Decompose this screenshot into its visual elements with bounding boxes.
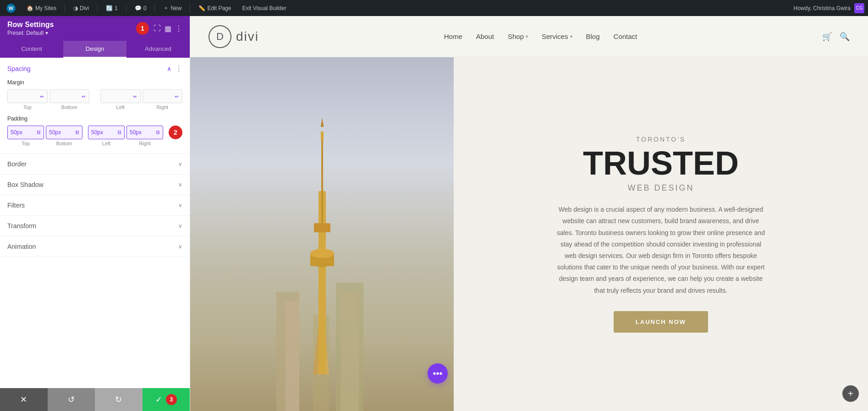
animation-label: Animation [7, 243, 36, 250]
site-logo: D divi [209, 25, 259, 48]
fullscreen-icon[interactable]: ⛶ [154, 24, 161, 33]
hero-title: TRUSTED [583, 147, 739, 180]
padding-right-input[interactable]: 50px ⛓ [126, 126, 163, 139]
margin-left-link-icon: ⇔ [133, 94, 137, 99]
padding-right-group: 50px ⛓ Right [126, 126, 163, 146]
padding-bottom-input[interactable]: 50px ⛓ [46, 126, 82, 139]
cancel-button[interactable]: ✕ [0, 388, 48, 411]
filters-label: Filters [7, 202, 25, 209]
comment-count[interactable]: 💬 0 [132, 0, 149, 16]
spacing-section-header[interactable]: Spacing ∧ ⋮ [0, 58, 190, 79]
dots-icon: ••• [433, 368, 442, 379]
nav-services[interactable]: Services ▾ [542, 33, 572, 40]
exit-builder-button[interactable]: Exit Visual Builder [239, 0, 289, 16]
nav-shop[interactable]: Shop ▾ [508, 33, 528, 40]
divi-menu[interactable]: ◑ Divi [71, 0, 92, 16]
padding-top-value: 50px [11, 129, 22, 136]
animation-section[interactable]: Animation ∨ [0, 236, 190, 257]
padding-right-chain-icon: ⛓ [156, 130, 160, 135]
search-icon[interactable]: 🔍 [840, 32, 850, 42]
margin-bottom-group: ⇔ Bottom [49, 89, 90, 110]
my-sites-label: My Sites [35, 5, 56, 11]
margin-left-input[interactable]: ⇔ [100, 89, 141, 103]
new-label: New [170, 5, 181, 11]
hero-section: TORONTO'S TRUSTED WEB DESIGN Web design … [190, 57, 868, 411]
transform-label: Transform [7, 222, 36, 230]
tab-advanced[interactable]: Advanced [126, 41, 190, 58]
filters-chevron: ∨ [178, 202, 182, 208]
padding-bottom-chain-icon: ⛓ [75, 130, 79, 135]
panel-preset[interactable]: Preset: Default ▾ [7, 30, 54, 36]
margin-right-input[interactable]: ⇔ [143, 89, 183, 103]
floating-menu-button[interactable]: ••• [428, 363, 448, 384]
box-shadow-section[interactable]: Box Shadow ∨ [0, 175, 190, 195]
cart-icon[interactable]: 🛒 [822, 32, 832, 42]
my-sites-menu[interactable]: 🏠 My Sites [24, 0, 59, 16]
launch-now-button[interactable]: LAUNCH NOW [614, 311, 708, 333]
tab-design[interactable]: Design [63, 41, 126, 58]
margin-right-group: ⇔ Right [143, 89, 183, 110]
step-badge-2: 2 [169, 126, 182, 139]
cn-tower-svg [249, 109, 396, 411]
spacing-more-icon[interactable]: ⋮ [175, 64, 182, 73]
services-dropdown-icon: ▾ [570, 34, 572, 39]
nav-about[interactable]: About [476, 33, 494, 40]
comments-count: 1 [115, 5, 118, 11]
border-label: Border [7, 160, 27, 168]
margin-left-group: ⇔ Left [100, 89, 141, 110]
save-checkmark-icon: ✓ [155, 395, 162, 405]
nav-contact[interactable]: Contact [614, 33, 637, 40]
panel-title-area-text: Row Settings Preset: Default ▾ [7, 21, 54, 36]
padding-left-label: Left [102, 141, 110, 146]
plus-icon: ＋ [163, 4, 169, 12]
site-navigation: D divi Home About Shop ▾ Services ▾ Blog… [190, 16, 868, 57]
comment-icon: 💬 [135, 5, 142, 11]
filters-section[interactable]: Filters ∨ [0, 195, 190, 216]
nav-home[interactable]: Home [444, 33, 462, 40]
logo-circle: D [209, 25, 231, 48]
margin-top-input[interactable]: ⇔ [7, 89, 48, 103]
margin-top-group: ⇔ Top [7, 89, 48, 110]
add-section-button[interactable]: + [842, 385, 859, 402]
panel-header-icons: ⛶ ▦ ⋮ [154, 24, 182, 33]
margin-label: Margin [7, 79, 182, 86]
padding-left-value: 50px [91, 129, 103, 136]
add-icon: + [848, 389, 853, 399]
margin-row: ⇔ Top ⇔ Bottom [7, 89, 182, 110]
collapse-spacing-icon[interactable]: ∧ [167, 65, 171, 72]
transform-section[interactable]: Transform ∨ [0, 216, 190, 236]
padding-left-input[interactable]: 50px ⛓ [88, 126, 125, 139]
separator5 [190, 4, 190, 12]
edit-page-button[interactable]: ✏️ Edit Page [196, 0, 234, 16]
wp-logo[interactable]: W [4, 0, 18, 16]
redo-button[interactable]: ↻ [95, 388, 143, 411]
margin-bottom-label: Bottom [61, 104, 77, 110]
comments-menu[interactable]: 🔄 1 [103, 0, 121, 16]
border-section[interactable]: Border ∨ [0, 154, 190, 175]
hero-body-text: Web design is a crucial aspect of any mo… [555, 204, 766, 296]
site-menu: Home About Shop ▾ Services ▾ Blog Contac… [444, 33, 637, 40]
box-shadow-chevron: ∨ [178, 181, 182, 188]
margin-bottom-input[interactable]: ⇔ [49, 89, 90, 103]
panel-bottom-bar: ✕ ↺ ↻ ✓ 3 [0, 388, 190, 411]
save-button[interactable]: ✓ 3 [143, 388, 190, 411]
margin-right-label: Right [156, 104, 168, 110]
user-avatar[interactable]: CG [854, 3, 864, 13]
padding-bottom-group: 50px ⛓ Bottom [46, 126, 82, 146]
more-icon[interactable]: ⋮ [175, 24, 182, 33]
hero-content: TORONTO'S TRUSTED WEB DESIGN Web design … [454, 57, 868, 411]
hero-image [190, 57, 454, 411]
tab-content[interactable]: Content [0, 41, 63, 58]
padding-top-input[interactable]: 50px ⛓ [7, 126, 44, 139]
margin-top-label: Top [23, 104, 32, 110]
new-button[interactable]: ＋ New [160, 0, 184, 16]
comment-num: 0 [143, 5, 147, 11]
nav-blog[interactable]: Blog [586, 33, 600, 40]
hero-title2: WEB DESIGN [627, 183, 694, 193]
columns-icon[interactable]: ▦ [165, 24, 171, 33]
shop-dropdown-icon: ▾ [526, 34, 528, 39]
user-greeting: Howdy, Christina Gwira [794, 5, 851, 11]
border-chevron: ∨ [178, 161, 182, 167]
undo-button[interactable]: ↺ [48, 388, 95, 411]
separator2 [97, 4, 98, 12]
